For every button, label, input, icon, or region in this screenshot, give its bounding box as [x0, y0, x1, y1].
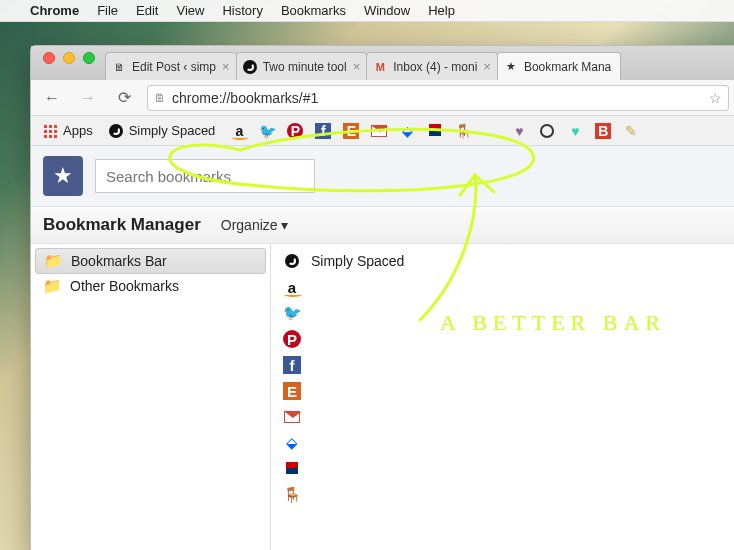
- amazon-icon: a: [283, 278, 301, 296]
- pinterest-icon[interactable]: P: [287, 123, 303, 139]
- bookmark-manager-body: 📁 Bookmarks Bar 📁 Other Bookmarks Simply…: [31, 244, 734, 550]
- folder-icon: 📁: [43, 277, 62, 295]
- list-item[interactable]: [281, 404, 727, 430]
- url-input[interactable]: [172, 90, 703, 106]
- apple-icon: [283, 512, 301, 530]
- menu-file[interactable]: File: [97, 3, 118, 18]
- bookmark-manager-logo: ★: [43, 156, 83, 196]
- tab-edit-post[interactable]: 🗎 Edit Post ‹ simp ×: [105, 52, 237, 80]
- page-icon: 🗎: [154, 91, 166, 105]
- tab-title: Bookmark Mana: [524, 60, 614, 74]
- list-item[interactable]: P: [281, 326, 727, 352]
- teal-heart-icon[interactable]: ♥: [567, 123, 583, 139]
- menu-edit[interactable]: Edit: [136, 3, 158, 18]
- list-item-label: Simply Spaced: [311, 253, 404, 269]
- tab-bookmark-manager[interactable]: ★ Bookmark Mana: [497, 52, 621, 80]
- tab-title: Two minute tool: [263, 60, 347, 74]
- gmail-icon: M: [373, 60, 387, 74]
- window-minimize-button[interactable]: [63, 52, 75, 64]
- bookmark-list: Simply Spaced a 🐦 P f: [271, 244, 734, 550]
- list-item[interactable]: [281, 508, 727, 534]
- etsy-icon: E: [283, 382, 301, 400]
- apple-icon[interactable]: [483, 123, 499, 139]
- chrome-window: 🗎 Edit Post ‹ simp × Two minute tool × M…: [30, 45, 734, 550]
- menubar-app-name[interactable]: Chrome: [30, 3, 79, 18]
- bookmark-star-icon[interactable]: ☆: [709, 90, 722, 106]
- url-bar[interactable]: 🗎 ☆: [147, 85, 729, 111]
- twitter-icon: 🐦: [283, 304, 301, 322]
- amazon-icon[interactable]: a: [231, 123, 247, 139]
- organize-menu[interactable]: Organize ▾: [221, 217, 289, 233]
- back-button[interactable]: ←: [39, 86, 65, 110]
- window-zoom-button[interactable]: [83, 52, 95, 64]
- search-bookmarks-input[interactable]: [95, 159, 315, 193]
- chevron-down-icon: ▾: [281, 217, 288, 233]
- tab-two-minute[interactable]: Two minute tool ×: [236, 52, 368, 80]
- simply-spaced-icon: [243, 60, 257, 74]
- chair-icon[interactable]: 🪑: [455, 123, 471, 139]
- gmail-icon: [283, 408, 301, 426]
- tree-item-other-bookmarks[interactable]: 📁 Other Bookmarks: [35, 274, 266, 298]
- twitter-icon[interactable]: 🐦: [259, 123, 275, 139]
- apps-label: Apps: [63, 123, 93, 138]
- tab-strip: 🗎 Edit Post ‹ simp × Two minute tool × M…: [31, 46, 734, 80]
- menu-history[interactable]: History: [222, 3, 262, 18]
- menu-bookmarks[interactable]: Bookmarks: [281, 3, 346, 18]
- bookmark-icon-row: a 🐦 P f E ⬙ 🪑 ♥ ♥ B ✎: [231, 123, 639, 139]
- bookmark-simply-spaced[interactable]: Simply Spaced: [109, 123, 216, 138]
- list-item[interactable]: [281, 456, 727, 482]
- tab-title: Edit Post ‹ simp: [132, 60, 216, 74]
- window-close-button[interactable]: [43, 52, 55, 64]
- facebook-icon: f: [283, 356, 301, 374]
- macos-menubar: Chrome File Edit View History Bookmarks …: [0, 0, 734, 22]
- tree-item-label: Bookmarks Bar: [71, 253, 167, 269]
- simply-spaced-icon: [283, 252, 301, 270]
- menu-help[interactable]: Help: [428, 3, 455, 18]
- tab-close-icon[interactable]: ×: [483, 59, 491, 74]
- circle-icon[interactable]: [539, 123, 555, 139]
- tab-close-icon[interactable]: ×: [222, 59, 230, 74]
- bookmark-manager-page: ★ Bookmark Manager Organize ▾ 📁 Bookmark…: [31, 146, 734, 550]
- list-item[interactable]: 🪑: [281, 482, 727, 508]
- dropbox-icon: ⬙: [283, 434, 301, 452]
- reload-button[interactable]: ⟳: [111, 86, 137, 110]
- heart-icon[interactable]: ♥: [511, 123, 527, 139]
- gmail-icon[interactable]: [371, 123, 387, 139]
- etsy-icon[interactable]: E: [343, 123, 359, 139]
- star-icon: ★: [504, 60, 518, 74]
- tree-item-label: Other Bookmarks: [70, 278, 179, 294]
- list-item[interactable]: a: [281, 274, 727, 300]
- folder-tree: 📁 Bookmarks Bar 📁 Other Bookmarks: [31, 244, 271, 550]
- list-item[interactable]: E: [281, 378, 727, 404]
- tab-title: Inbox (4) - moni: [393, 60, 477, 74]
- folder-icon: 📁: [44, 252, 63, 270]
- menu-view[interactable]: View: [176, 3, 204, 18]
- window-controls: [39, 52, 105, 74]
- tab-close-icon[interactable]: ×: [353, 59, 361, 74]
- bankofamerica-icon: [283, 460, 301, 478]
- list-item[interactable]: Simply Spaced: [281, 248, 727, 274]
- menu-window[interactable]: Window: [364, 3, 410, 18]
- tab-inbox[interactable]: M Inbox (4) - moni ×: [366, 52, 498, 80]
- list-item[interactable]: 🐦: [281, 300, 727, 326]
- dropbox-icon[interactable]: ⬙: [399, 123, 415, 139]
- bookmarks-bar: Apps Simply Spaced a 🐦 P f E ⬙ 🪑 ♥ ♥ B ✎: [31, 116, 734, 146]
- apps-button[interactable]: Apps: [37, 121, 99, 140]
- pen-icon[interactable]: ✎: [623, 123, 639, 139]
- list-item[interactable]: ⬙: [281, 430, 727, 456]
- facebook-icon[interactable]: f: [315, 123, 331, 139]
- bankofamerica-icon[interactable]: [427, 123, 443, 139]
- tree-item-bookmarks-bar[interactable]: 📁 Bookmarks Bar: [35, 248, 266, 274]
- bloglovin-icon[interactable]: B: [595, 123, 611, 139]
- page-title: Bookmark Manager: [43, 215, 201, 235]
- bookmark-label: Simply Spaced: [129, 123, 216, 138]
- bookmark-manager-header: Bookmark Manager Organize ▾: [31, 206, 734, 244]
- bookmark-search-row: ★: [31, 146, 734, 206]
- forward-button[interactable]: →: [75, 86, 101, 110]
- apps-grid-icon: [43, 124, 57, 138]
- list-item[interactable]: f: [281, 352, 727, 378]
- document-icon: 🗎: [112, 60, 126, 74]
- pinterest-icon: P: [283, 330, 301, 348]
- chair-icon: 🪑: [283, 486, 301, 504]
- simply-spaced-icon: [109, 124, 123, 138]
